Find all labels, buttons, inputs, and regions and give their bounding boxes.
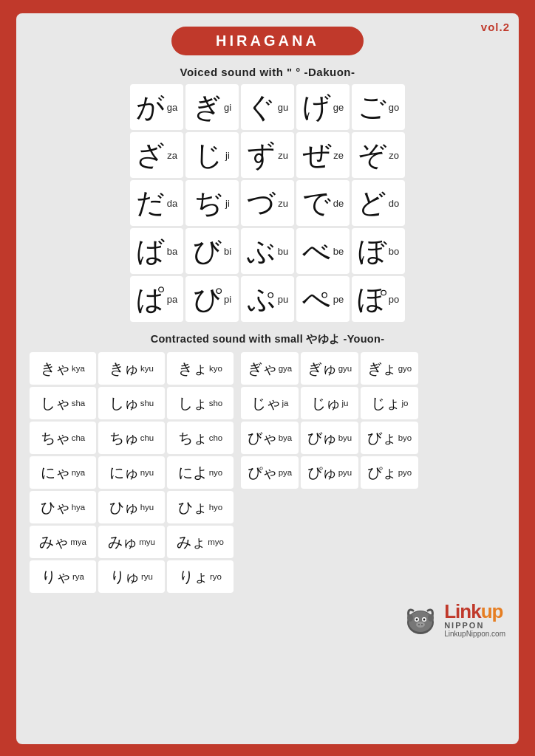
romaji: ja <box>282 399 289 408</box>
dakuon-cell: ぢ ji <box>185 180 239 226</box>
dakuon-cell: だ da <box>130 180 183 226</box>
dakuon-cell: ぼ bo <box>352 228 405 274</box>
kana: ぜ <box>302 141 331 169</box>
dakuon-cell: で de <box>296 180 350 226</box>
title-bar: HIRAGANA <box>171 27 364 55</box>
romaji: da <box>167 198 177 209</box>
logo-link-text: Link <box>444 600 480 622</box>
youon-cell: じょ jo <box>361 387 418 419</box>
main-card: vol.2 HIRAGANA Voiced sound with " ° -Da… <box>16 13 519 744</box>
kana: ぎゅ <box>307 361 337 376</box>
dakuon-cell: ぐ gu <box>241 84 294 130</box>
romaji: cho <box>209 433 223 442</box>
logo-url: LinkupNippon.com <box>444 630 505 638</box>
kana: ぢ <box>194 189 223 217</box>
kana: びょ <box>367 430 397 445</box>
kana: ぴゅ <box>307 465 337 480</box>
kana: ぺ <box>302 285 331 313</box>
romaji: gyo <box>398 364 412 373</box>
kana: しょ <box>178 396 208 410</box>
youon-cell: しゅ shu <box>98 387 165 419</box>
romaji: hyo <box>209 503 223 512</box>
romaji: byu <box>338 433 352 442</box>
dakuon-cell: ぽ po <box>352 276 405 322</box>
dakuon-cell: じ ji <box>185 132 239 178</box>
vol-badge: vol.2 <box>481 21 510 33</box>
youon-cell: ひょ hyo <box>167 491 234 523</box>
kana: にゅ <box>109 465 139 480</box>
dakuon-row: が ga ぎ gi ぐ gu げ ge ご go <box>30 84 505 130</box>
romaji: ji <box>225 198 230 209</box>
romaji: ji <box>225 150 230 161</box>
youon-wrapper: きゃ kya きゅ kyu きょ kyo しゃ sha しゅ shu しょ sh… <box>30 352 505 593</box>
romaji: hya <box>72 503 86 512</box>
kana: ぷ <box>247 285 276 313</box>
youon-cell: ぴゅ pyu <box>301 456 358 489</box>
romaji: ze <box>333 150 344 161</box>
logo-text-area: Linkup NIPPON LinkupNippon.com <box>444 602 505 638</box>
romaji: gyu <box>338 364 352 373</box>
romaji: ju <box>342 399 349 408</box>
romaji: byo <box>398 433 412 442</box>
svg-point-9 <box>407 614 413 622</box>
kana: ひゅ <box>109 500 139 515</box>
kana: ぐ <box>247 93 276 121</box>
youon-cell: びゅ byu <box>301 422 358 454</box>
youon-cell: にゃ nya <box>30 456 96 489</box>
kana: にゃ <box>41 465 70 480</box>
kana: ちゅ <box>109 430 139 445</box>
kana: ぴょ <box>367 465 397 480</box>
kana: ぎゃ <box>248 361 277 376</box>
youon-right-col: ぎゃ gya ぎゅ gyu ぎょ gyo じゃ ja じゅ ju じょ jo び… <box>241 352 418 593</box>
youon-cell: みょ myo <box>167 526 234 558</box>
romaji: kyu <box>140 364 154 373</box>
kana: ぽ <box>358 285 386 313</box>
kana: ぱ <box>136 285 165 313</box>
romaji: zo <box>389 150 399 161</box>
kana: りゅ <box>110 569 140 584</box>
kana: び <box>193 237 222 265</box>
youon-cell: ひゃ hya <box>30 491 96 523</box>
romaji: nyu <box>140 468 154 477</box>
dakuon-cell: ぜ ze <box>296 132 350 178</box>
kana: きょ <box>178 361 208 376</box>
youon-cell: びゃ bya <box>241 422 299 454</box>
romaji: pu <box>278 294 288 305</box>
youon-cell: しょ sho <box>167 387 234 419</box>
dakuon-cell: ぷ pu <box>241 276 294 322</box>
dakuon-cell: ど do <box>352 180 405 226</box>
kana: りゃ <box>41 569 71 584</box>
youon-cell: きゃ kya <box>30 352 96 385</box>
kana: しゃ <box>41 396 70 410</box>
kana: ご <box>358 93 386 121</box>
dakuon-cell: づ zu <box>241 180 294 226</box>
youon-cell: りゅ ryu <box>98 560 165 593</box>
romaji: go <box>389 102 399 113</box>
youon-cell: ちょ cho <box>167 422 234 454</box>
youon-left-col: きゃ kya きゅ kyu きょ kyo しゃ sha しゅ shu しょ sh… <box>30 352 234 593</box>
kana: りょ <box>179 569 208 584</box>
logo-link: Linkup <box>444 602 502 621</box>
youon-cell: ぎゅ gyu <box>301 352 358 385</box>
svg-point-4 <box>416 619 418 621</box>
logo-up-text: up <box>481 600 503 622</box>
kana: げ <box>302 93 331 121</box>
romaji: myu <box>139 537 155 546</box>
kana: ぞ <box>358 141 386 169</box>
romaji: de <box>333 198 344 209</box>
romaji: gya <box>279 364 293 373</box>
romaji: ge <box>333 102 344 113</box>
youon-cell: びょ byo <box>361 422 418 454</box>
romaji: shu <box>140 399 154 408</box>
kana: じゅ <box>311 396 341 410</box>
romaji: hyu <box>140 503 154 512</box>
youon-cell: ぎゃ gya <box>241 352 299 385</box>
youon-row: ちゃ cha ちゅ chu ちょ cho <box>30 422 234 454</box>
kana: じょ <box>371 396 401 410</box>
dakuon-row: ざ za じ ji ず zu ぜ ze ぞ zo <box>30 132 505 178</box>
kana: ちゃ <box>41 430 70 445</box>
kana: ぴ <box>193 285 222 313</box>
dakuon-cell: ぞ zo <box>352 132 405 178</box>
dakuon-cell: ぴ pi <box>185 276 239 322</box>
svg-point-8 <box>421 624 423 625</box>
